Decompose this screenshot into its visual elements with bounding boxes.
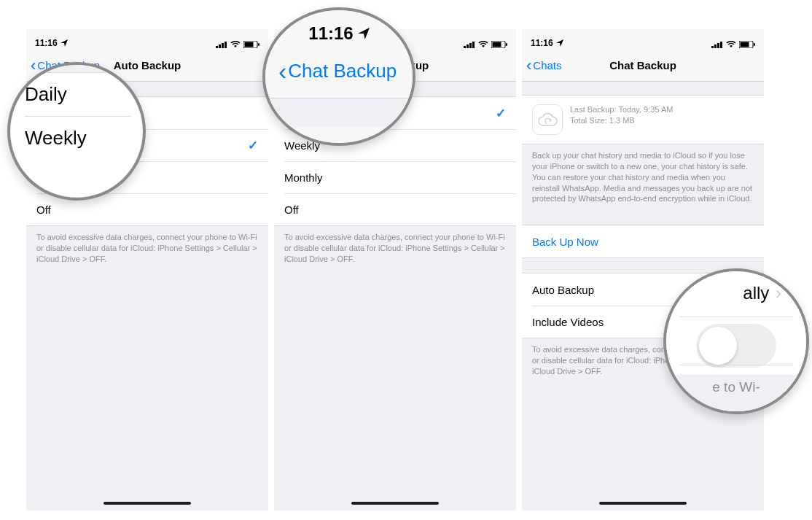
svg-rect-6: [258, 43, 259, 46]
backup-description: Back up your chat history and media to i…: [522, 144, 764, 210]
zoom-option-weekly: Weekly: [10, 117, 143, 160]
status-bar: 11:16: [522, 29, 764, 50]
svg-rect-3: [225, 42, 227, 48]
status-time: 11:16: [35, 38, 58, 48]
svg-rect-17: [720, 42, 722, 48]
chevron-left-icon: ‹: [526, 58, 531, 74]
svg-rect-9: [469, 43, 472, 48]
signal-icon: [216, 41, 227, 48]
svg-rect-16: [717, 43, 719, 48]
zoom-footer-fragment: e to Wi-: [666, 379, 806, 395]
svg-rect-15: [714, 44, 717, 48]
backup-now-group: Back Up Now: [522, 225, 764, 258]
chevron-left-icon: ‹: [278, 58, 286, 83]
svg-rect-8: [466, 44, 469, 48]
svg-rect-14: [711, 46, 714, 48]
home-indicator: [351, 502, 439, 505]
total-size-label: Total Size: 1.3 MB: [570, 115, 673, 126]
location-icon: [358, 23, 370, 44]
signal-icon: [464, 41, 475, 48]
zoom-status-time: 11:16: [265, 23, 413, 44]
signal-icon: [711, 41, 723, 48]
magnifier-daily-weekly: Daily Weekly: [7, 62, 146, 201]
wifi-icon: [230, 41, 241, 48]
status-bar: 11:16: [26, 29, 268, 50]
svg-rect-5: [245, 42, 254, 47]
option-off[interactable]: Off: [274, 193, 516, 225]
svg-rect-2: [222, 43, 224, 48]
zoom-toggle-off: [696, 324, 776, 368]
battery-icon: [739, 41, 755, 48]
cloud-icon: [532, 104, 563, 135]
checkmark-icon: ✓: [496, 106, 506, 121]
svg-rect-13: [506, 43, 507, 46]
zoom-option-daily: Daily: [10, 73, 143, 116]
option-label: Monthly: [284, 171, 323, 184]
svg-rect-20: [754, 43, 755, 46]
wifi-icon: [726, 41, 736, 48]
include-videos-label: Include Videos: [532, 316, 604, 328]
nav-bar: ‹ Chats Chat Backup: [522, 50, 764, 82]
backup-now-label: Back Up Now: [532, 236, 598, 248]
zoom-auto-backup-value: ally ›: [743, 283, 781, 303]
option-label: Off: [284, 203, 299, 216]
battery-icon: [243, 41, 259, 48]
backup-now-button[interactable]: Back Up Now: [522, 225, 764, 257]
svg-rect-12: [493, 42, 501, 47]
option-monthly[interactable]: Monthly: [274, 161, 516, 193]
magnifier-include-videos-toggle: ally › e to Wi-: [663, 268, 809, 414]
chevron-right-icon: ›: [770, 283, 781, 303]
chevron-left-icon: ‹: [31, 58, 36, 74]
zoom-back-label: Chat Backup: [288, 60, 397, 82]
back-button[interactable]: ‹ Chats: [522, 58, 562, 74]
footer-note: To avoid excessive data charges, connect…: [274, 226, 516, 271]
svg-rect-7: [464, 46, 466, 48]
footer-note: To avoid excessive data charges, connect…: [26, 226, 268, 271]
svg-rect-10: [472, 42, 475, 48]
location-icon: [556, 39, 563, 47]
option-label: Off: [36, 203, 51, 216]
zoom-back-button: ‹ Chat Backup: [265, 58, 413, 83]
back-label: Chats: [533, 59, 561, 71]
battery-icon: [491, 41, 507, 48]
last-backup-label: Last Backup: Today, 9:35 AM: [570, 104, 673, 115]
svg-rect-0: [216, 46, 218, 48]
wifi-icon: [478, 41, 488, 48]
home-indicator: [599, 502, 687, 505]
svg-rect-1: [219, 44, 221, 48]
magnifier-back-chat-backup: 11:16 ‹ Chat Backup: [262, 7, 415, 146]
home-indicator: [104, 502, 191, 505]
checkmark-icon: ✓: [248, 138, 258, 153]
svg-rect-19: [741, 42, 749, 47]
location-icon: [60, 39, 68, 47]
backup-info-card: Last Backup: Today, 9:35 AM Total Size: …: [522, 95, 764, 144]
status-time: 11:16: [531, 38, 553, 48]
auto-backup-label: Auto Backup: [532, 284, 594, 296]
